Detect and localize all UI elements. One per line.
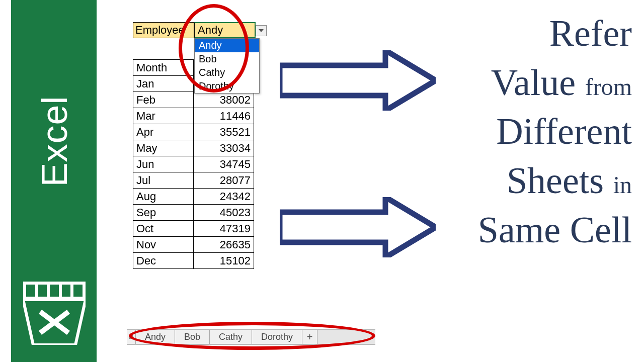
- table-row: Aug24342: [133, 189, 254, 205]
- table-row: Oct47319: [133, 221, 254, 237]
- svg-marker-3: [280, 50, 436, 111]
- employee-value-cell[interactable]: Andy: [194, 22, 256, 38]
- table-row: Jun34745: [133, 156, 254, 172]
- table-row: Sep45023: [133, 205, 254, 221]
- title-line: Value from: [431, 58, 632, 108]
- dropdown-option[interactable]: Andy: [195, 39, 259, 52]
- table-row: Jul28077: [133, 172, 254, 189]
- dropdown-toggle-icon[interactable]: [256, 25, 267, 36]
- excel-file-icon: [23, 282, 86, 347]
- dropdown-option[interactable]: Cathy: [195, 66, 259, 79]
- arrow-right-icon: [280, 50, 436, 111]
- table-row: Dec15102: [133, 253, 254, 269]
- employee-label-cell: Employee: [133, 22, 194, 38]
- add-sheet-button[interactable]: +: [302, 330, 317, 344]
- dropdown-option[interactable]: Dorothy: [195, 79, 259, 93]
- table-header-month: Month: [133, 60, 194, 76]
- sheet-tab-bar: 2) Andy Bob Cathy Dorothy +: [127, 329, 375, 345]
- excel-banner: Excel: [11, 0, 97, 362]
- table-row: Apr35521: [133, 124, 254, 140]
- title-line: Same Cell: [431, 206, 632, 255]
- title-line: Different: [431, 107, 632, 156]
- svg-marker-4: [280, 197, 436, 257]
- employee-selected: Andy: [198, 24, 223, 37]
- title-text: Refer Value from Different Sheets in Sam…: [431, 9, 632, 254]
- table-row: Nov26635: [133, 237, 254, 253]
- sheet-tab[interactable]: Bob: [175, 330, 210, 344]
- title-line: Sheets in: [431, 156, 632, 206]
- sheet-tab[interactable]: Andy: [136, 330, 175, 344]
- excel-label: Excel: [34, 91, 75, 192]
- table-row: Feb38002: [133, 92, 254, 108]
- sheet-tab[interactable]: Dorothy: [252, 330, 302, 344]
- sheet-tab-stub[interactable]: 2): [127, 330, 136, 344]
- title-line: Refer: [431, 9, 632, 58]
- employee-selector-row: Employee Andy: [133, 22, 375, 38]
- sheet-tab[interactable]: Cathy: [210, 330, 252, 344]
- table-row: May33034: [133, 140, 254, 156]
- arrow-right-icon: [280, 197, 436, 257]
- table-row: Mar11446: [133, 108, 254, 124]
- dropdown-option[interactable]: Bob: [195, 52, 259, 66]
- employee-dropdown-list[interactable]: Andy Bob Cathy Dorothy: [194, 38, 260, 94]
